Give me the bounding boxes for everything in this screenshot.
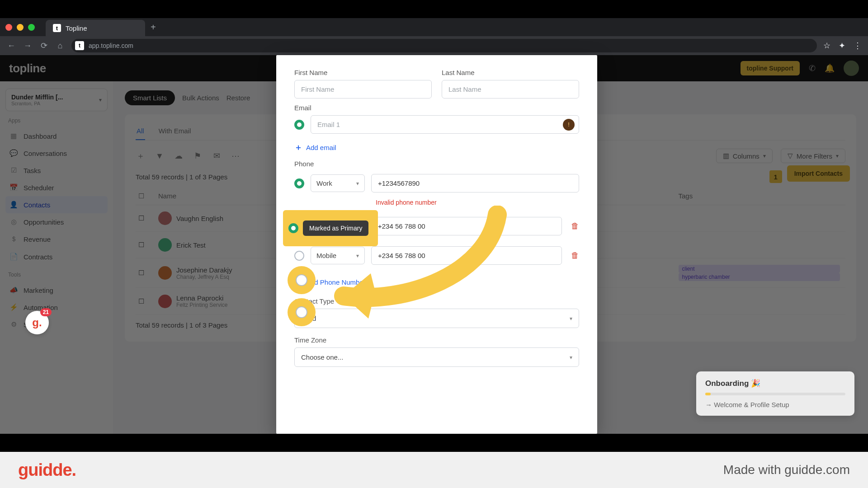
avatar[interactable] (844, 61, 859, 76)
radio-icon (296, 306, 307, 318)
add-phone-button[interactable]: ＋Add Phone Numbers (294, 277, 579, 287)
annotation-tooltip: Marked as Primary (303, 221, 368, 236)
contact-type-label: Contact Type (294, 297, 579, 305)
primary-radio-highlight-icon (288, 223, 298, 233)
add-icon[interactable]: ＋ (136, 150, 146, 161)
card-tab-with-email[interactable]: With Email (158, 122, 192, 140)
window-controls (5, 24, 35, 31)
sidebar-item-dashboard[interactable]: ▦Dashboard (5, 127, 108, 145)
phone-input-1[interactable] (371, 174, 579, 192)
page-current[interactable]: 1 (769, 170, 782, 183)
row-name: Erick Test (176, 241, 206, 249)
tab-title: Topline (66, 24, 87, 32)
phone-type-select[interactable]: Work▾ (311, 174, 365, 192)
support-button[interactable]: topline Support (741, 61, 800, 75)
email-input[interactable] (311, 115, 579, 134)
phone-icon[interactable]: ✆ (809, 63, 816, 73)
tag: client (679, 265, 840, 273)
phone-input-2[interactable] (371, 217, 562, 235)
chevron-down-icon: ▾ (836, 153, 839, 159)
minimize-window-icon[interactable] (17, 24, 24, 31)
row-checkbox[interactable]: ☐ (138, 297, 149, 305)
sidebar-item-contracts[interactable]: 📄Contracts (5, 248, 108, 265)
phone-primary-radio[interactable] (294, 178, 304, 188)
home-icon[interactable]: ⌂ (55, 41, 65, 51)
records-summary: Total 59 records | 1 of 3 Pages (136, 321, 227, 329)
annotation-radio-highlight (288, 298, 316, 326)
mail-icon[interactable]: ✉ (212, 151, 222, 161)
company-switcher[interactable]: Dunder Mifflin [... Scranton, PA ▾ (5, 89, 108, 111)
add-email-button[interactable]: ＋Add email (294, 142, 579, 153)
row-checkbox[interactable]: ☐ (138, 269, 149, 277)
browser-tab[interactable]: t Topline (46, 20, 145, 36)
sidebar-item-contacts[interactable]: 👤Contacts (5, 196, 108, 213)
sidebar-item-opportunities[interactable]: ◎Opportunities (5, 213, 108, 230)
guidde-bubble[interactable]: g. 21 (25, 311, 49, 334)
more-icon[interactable]: ⋯ (231, 151, 241, 161)
trash-icon[interactable]: 🗑 (571, 251, 579, 260)
guidde-bubble-badge: 21 (40, 308, 52, 316)
row-sub: Feltz Printing Service (176, 302, 227, 308)
company-sub: Scranton, PA (11, 101, 63, 106)
sidebar-item-marketing[interactable]: 📣Marketing (5, 282, 108, 299)
row-name: Lenna Paprocki (176, 294, 223, 302)
reload-icon[interactable]: ⟳ (39, 41, 49, 51)
last-name-input[interactable] (442, 80, 579, 99)
row-name: Vaughn English (176, 215, 223, 222)
bell-icon[interactable]: 🔔 (825, 63, 835, 73)
forward-icon[interactable]: → (23, 41, 33, 51)
row-checkbox[interactable]: ☐ (138, 214, 149, 222)
tab-smart-lists[interactable]: Smart Lists (125, 90, 175, 105)
chevron-down-icon: ▾ (99, 97, 102, 103)
email-primary-radio[interactable] (294, 120, 304, 130)
onboarding-toast[interactable]: Onboarding 🎉 → Welcome & Profile Setup (696, 371, 854, 416)
timezone-select[interactable]: Choose one...▾ (294, 347, 579, 367)
trash-icon[interactable]: 🗑 (571, 221, 579, 231)
guidde-logo: guidde. (18, 460, 76, 480)
sidebar-item-scheduler[interactable]: 📅Scheduler (5, 179, 108, 196)
th-tags[interactable]: Tags (679, 192, 843, 200)
browser-nav-bar: ← → ⟳ ⌂ t app.topline.com ☆ ✦ ⋮ (0, 36, 868, 55)
sidebar-item-tasks[interactable]: ☑Tasks (5, 162, 108, 179)
row-sub: Chanay, Jeffrey A Esq (176, 274, 232, 280)
sidebar-item-automation[interactable]: ⚡Automation (5, 299, 108, 316)
timezone-value: Choose one... (301, 353, 343, 361)
sidebar-item-label: Revenue (24, 235, 51, 243)
tab-restore[interactable]: Restore (226, 94, 250, 102)
columns-label: Columns (733, 152, 760, 160)
email-validate-icon[interactable]: ! (563, 119, 575, 131)
tab-favicon-icon: t (53, 24, 61, 32)
phone-row-3: Mobile▾ 🗑 (294, 246, 579, 265)
sidebar-item-settings[interactable]: ⚙Settings (5, 316, 108, 333)
sidebar-item-conversations[interactable]: 💬Conversations (5, 145, 108, 162)
right-controls: ▥Columns▾ ▽More Filters▾ (716, 149, 845, 163)
columns-button[interactable]: ▥Columns▾ (716, 149, 773, 163)
phone-input-3[interactable] (371, 246, 562, 265)
th-checkbox[interactable]: ☐ (138, 192, 149, 200)
chevron-down-icon: ▾ (356, 180, 359, 187)
phone-primary-radio[interactable] (294, 251, 304, 261)
row-checkbox[interactable]: ☐ (138, 241, 149, 249)
cloud-icon[interactable]: ☁ (174, 151, 184, 161)
funnel-icon: ▽ (788, 152, 793, 160)
app-wrap: topline topline Support ✆ 🔔 Dunder Miffl… (0, 55, 868, 434)
card-tab-all[interactable]: All (136, 122, 145, 140)
sidebar-item-revenue[interactable]: ＄Revenue (5, 230, 108, 248)
star-icon[interactable]: ☆ (823, 41, 830, 51)
first-name-input[interactable] (294, 80, 432, 99)
maximize-window-icon[interactable] (28, 24, 35, 31)
extensions-icon[interactable]: ✦ (839, 41, 845, 51)
menu-icon[interactable]: ⋮ (854, 41, 862, 51)
more-filters-button[interactable]: ▽More Filters▾ (781, 149, 845, 163)
tab-bulk-actions[interactable]: Bulk Actions (182, 94, 219, 102)
new-tab-button[interactable]: + (151, 22, 156, 33)
contact-type-select[interactable]: Lead▾ (294, 309, 579, 328)
close-window-icon[interactable] (5, 24, 12, 31)
phone-type-select[interactable]: Mobile▾ (311, 247, 365, 264)
flag-icon[interactable]: ⚑ (193, 151, 203, 161)
import-contacts-button[interactable]: Import Contacts (787, 165, 850, 182)
url-bar[interactable]: t app.topline.com (71, 39, 817, 52)
back-icon[interactable]: ← (6, 41, 16, 51)
guidde-footer: guidde. Made with guidde.com (0, 452, 868, 488)
filter-icon[interactable]: ▼ (155, 151, 165, 161)
